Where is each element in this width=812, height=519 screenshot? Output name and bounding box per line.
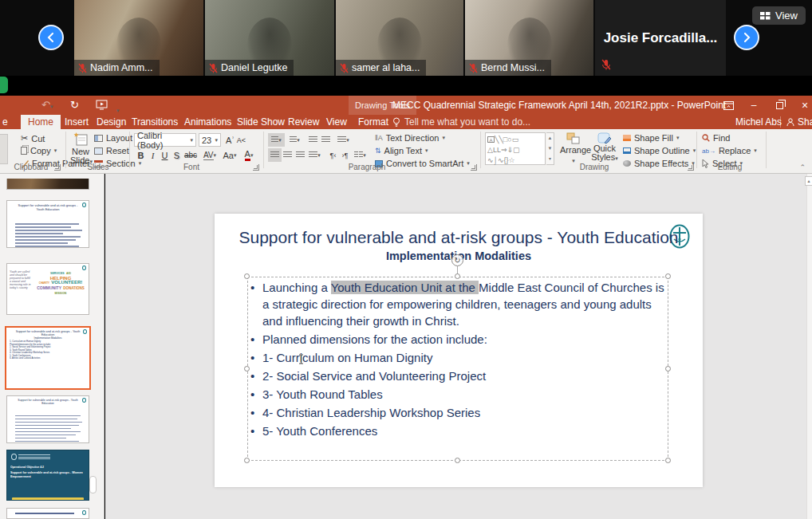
columns-button[interactable]: ▾ [352, 148, 369, 162]
video-tile-josie[interactable]: Josie Forcadilla... [595, 0, 726, 76]
video-tile-samer[interactable]: samer al laha... [336, 0, 463, 76]
selection-handle-top-right[interactable] [665, 273, 671, 279]
shape-outline-button[interactable]: Shape Outline▾ [623, 146, 696, 155]
share-button[interactable]: Share [780, 116, 812, 128]
shrink-font-button[interactable]: A˂ [235, 133, 248, 147]
thumbnail-panel-scrollbar-thumb[interactable] [89, 476, 97, 493]
bullet-item[interactable]: 3- Youth Round Tables [247, 386, 669, 403]
file-tab-partial[interactable]: e [0, 115, 15, 129]
undo-icon[interactable]: ↶▾ [41, 99, 53, 111]
ltr-direction-button[interactable]: ›¶ [338, 148, 352, 162]
arrange-button[interactable]: Arrange▾ [560, 132, 587, 164]
selection-handle-middle-left[interactable] [244, 366, 250, 372]
slide-title[interactable]: Support for vulnerable and at-risk group… [231, 228, 687, 247]
tab-format[interactable]: Format [351, 115, 396, 129]
video-tile-daniel[interactable]: Daniel Legutke [205, 0, 334, 76]
find-button[interactable]: Find [702, 133, 730, 143]
line-spacing-button[interactable]: ▾ [335, 133, 352, 147]
align-center-button[interactable] [281, 148, 294, 162]
shape-curve-icon[interactable]: ∿ [498, 156, 504, 164]
replace-button[interactable]: ab→Replace▾ [702, 146, 757, 155]
shape-textbox-icon[interactable]: A [487, 136, 495, 143]
selection-handle-bottom-right[interactable] [665, 458, 671, 463]
bullet-item[interactable]: Planned dimensions for the action includ… [247, 331, 669, 348]
font-color-button[interactable]: A▾ [239, 148, 258, 162]
selection-handle-bottom-left[interactable] [244, 458, 250, 463]
cut-button[interactable]: ✂Cut [21, 133, 45, 144]
slide-thumbnail-5[interactable]: Support for vulnerable and at-risk group… [6, 395, 89, 443]
shapes-gallery[interactable]: A╲╲□○▭ △LL⇒⇓▢ ∿⌡∿{}☆ [485, 132, 546, 165]
bullets-button[interactable]: ▾ [268, 133, 285, 147]
shape-fill-button[interactable]: Shape Fill▾ [623, 133, 679, 143]
next-participants-button[interactable] [734, 25, 759, 50]
shape-corner-icon[interactable]: ▢ [513, 146, 520, 154]
selection-handle-bottom-center[interactable] [455, 458, 460, 463]
text-direction-button[interactable]: ‖AText Direction▾ [375, 133, 445, 143]
redo-icon[interactable]: ↻ [70, 99, 79, 111]
numbering-button[interactable]: ▾ [286, 133, 303, 147]
signed-in-user[interactable]: Michel Abs [735, 116, 782, 128]
align-right-button[interactable] [294, 148, 307, 162]
bullet-item[interactable]: 4- Christian Leadership Workshop Series [247, 404, 669, 421]
reset-button[interactable]: Reset [94, 146, 129, 155]
previous-participants-button[interactable] [38, 25, 64, 50]
collapse-ribbon-icon[interactable]: ⌃ [799, 163, 806, 171]
shape-rounded-rect-icon[interactable]: ▭ [512, 136, 519, 144]
character-spacing-button[interactable]: AV▾ [200, 148, 219, 162]
tab-home[interactable]: Home [21, 115, 61, 129]
start-slideshow-icon[interactable] [96, 100, 108, 110]
tab-transitions[interactable]: Transitions [124, 115, 185, 129]
slide-thumbnail-2[interactable]: Support for vulnerable and at-risk group… [6, 200, 89, 248]
video-tile-bernd[interactable]: Bernd Mussi... [465, 0, 593, 76]
align-text-button[interactable]: ⇅Align Text▾ [375, 146, 428, 155]
tab-view[interactable]: View [319, 115, 354, 129]
paste-button-partial[interactable] [0, 134, 8, 164]
layout-button[interactable]: Layout▾ [94, 133, 139, 143]
drawing-dialog-launcher[interactable] [688, 164, 694, 171]
bullet-item[interactable]: 2- Social Service and Volunteering Proje… [247, 368, 669, 384]
slide-thumbnail-1-partial[interactable] [6, 179, 89, 190]
bullet-item[interactable]: 1- Curriculum on Human Dignity [247, 349, 669, 366]
quick-access-dropdown-icon[interactable]: ▾ [116, 101, 120, 116]
font-size-combo[interactable]: 23▾ [199, 133, 221, 147]
shape-scribble-icon[interactable]: ∿ [487, 156, 494, 164]
copy-button[interactable]: Copy▾ [21, 146, 57, 155]
align-left-button[interactable] [268, 148, 282, 162]
slide-thumbnail-7-partial[interactable] [6, 508, 89, 519]
shape-right-arrow-icon[interactable]: ⇒ [501, 146, 507, 154]
notification-badge[interactable] [0, 77, 8, 93]
slide-body-text[interactable]: Launching a Youth Education Unit at the … [247, 277, 669, 439]
bullet-item[interactable]: 5- Youth Conferences [247, 423, 669, 439]
shape-star-icon[interactable]: ☆ [509, 156, 515, 164]
shapes-gallery-scrollbar[interactable]: ▲▼▾ [546, 132, 554, 165]
selection-handle-top-center[interactable] [455, 273, 460, 279]
view-button[interactable]: View [752, 6, 806, 25]
tell-me-box[interactable]: Tell me what you want to do... [392, 116, 530, 128]
quick-styles-button[interactable]: QuickStyles▾ [589, 132, 620, 163]
close-button[interactable]: × [793, 96, 812, 115]
main-vertical-scrollbar[interactable]: ▴ [806, 174, 812, 519]
increase-indent-button[interactable] [319, 133, 333, 147]
decrease-indent-button[interactable] [306, 133, 320, 147]
slide-thumbnail-6-blue[interactable]: Operational Objective 4.2 Support for vu… [6, 450, 89, 501]
slide-thumbnail-3-wordcloud[interactable]: Youth are called and should be prepared … [6, 263, 89, 315]
bullet-item[interactable]: Launching a Youth Education Unit at the … [247, 279, 669, 329]
restore-button[interactable] [767, 96, 791, 115]
ribbon-display-options-icon[interactable] [716, 96, 740, 115]
rotate-handle[interactable]: ↻ [451, 254, 463, 266]
paragraph-dialog-launcher[interactable] [471, 164, 477, 171]
shape-effects-button[interactable]: Shape Effects▾ [623, 159, 695, 168]
strikethrough-button[interactable]: abc [182, 148, 199, 162]
video-tile-nadim[interactable]: Nadim Amm... [74, 0, 203, 76]
justify-button[interactable]: ▾ [306, 148, 323, 162]
new-slide-button[interactable]: NewSlide▾ [70, 132, 91, 166]
slide-thumbnail-4-selected[interactable]: Support for vulnerable and at-risk group… [5, 326, 91, 390]
selection-handle-middle-right[interactable] [665, 366, 671, 372]
change-case-button[interactable]: Aa▾ [220, 148, 239, 162]
minimize-button[interactable]: – [742, 96, 766, 115]
selection-handle-top-left[interactable] [244, 273, 250, 279]
clipboard-dialog-launcher[interactable] [54, 164, 61, 171]
font-dialog-launcher[interactable] [253, 164, 259, 171]
shape-down-arrow-icon[interactable]: ⇓ [507, 146, 514, 154]
scrollbar-up-button[interactable]: ▴ [805, 176, 812, 186]
